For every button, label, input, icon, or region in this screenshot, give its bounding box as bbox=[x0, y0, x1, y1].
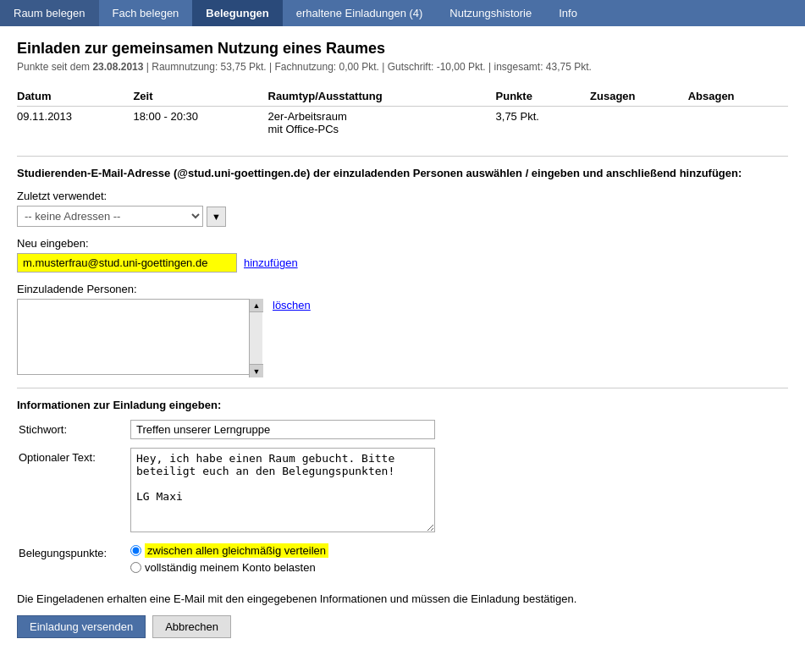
info-section-title: Informationen zur Einladung eingeben: bbox=[17, 399, 788, 411]
info-form-table: Stichwort: Optionaler Text: Belegungspun… bbox=[17, 418, 788, 582]
raumtyp-line2: mit Office-PCs bbox=[268, 123, 339, 135]
persons-container: ▲ ▼ löschen bbox=[17, 299, 788, 377]
main-content: Einladen zur gemeinsamen Nutzung eines R… bbox=[0, 26, 805, 652]
email-input-row: hinzufügen bbox=[17, 253, 788, 273]
address-dropdown[interactable]: -- keine Adressen -- bbox=[17, 206, 203, 227]
loeschen-wrapper: löschen bbox=[273, 299, 311, 311]
opttext-input-cell bbox=[130, 448, 786, 542]
nav-item-info[interactable]: Info bbox=[545, 0, 591, 26]
points-info: Punkte seit dem 23.08.2013 | Raumnutzung… bbox=[17, 61, 788, 73]
opttext-label-cell: Optionaler Text: bbox=[19, 448, 129, 542]
raumtyp-line1: 2er-Arbeitsraum bbox=[268, 110, 347, 123]
opttext-textarea[interactable] bbox=[130, 448, 435, 532]
cell-zusagen bbox=[590, 107, 688, 140]
neu-eingeben-label: Neu eingeben: bbox=[17, 237, 788, 250]
zuletzt-group: Zuletzt verwendet: -- keine Adressen -- … bbox=[17, 190, 788, 227]
dropdown-row: -- keine Adressen -- ▼ bbox=[17, 206, 788, 227]
bottom-note: Die Eingeladenen erhalten eine E-Mail mi… bbox=[17, 592, 788, 605]
col-absagen: Absagen bbox=[688, 86, 788, 107]
stichwort-label-cell: Stichwort: bbox=[19, 420, 129, 446]
booking-table: Datum Zeit Raumtyp/Ausstattung Punkte Zu… bbox=[17, 86, 788, 139]
col-raumtyp: Raumtyp/Ausstattung bbox=[268, 86, 496, 107]
neu-eingeben-group: Neu eingeben: hinzufügen bbox=[17, 237, 788, 273]
nav-item-erhaltene-einladungen-(4)[interactable]: erhaltene Einladungen (4) bbox=[283, 0, 437, 26]
cell-punkte: 3,75 Pkt. bbox=[496, 107, 591, 140]
points-details: | Raumnutzung: 53,75 Pkt. | Fachnutzung:… bbox=[143, 61, 591, 73]
opttext-row: Optionaler Text: bbox=[19, 448, 786, 542]
action-buttons: Einladung versenden Abbrechen bbox=[17, 615, 788, 638]
radio2-text: vollständig meinem Konto belasten bbox=[145, 561, 316, 574]
scroll-up-arrow[interactable]: ▲ bbox=[250, 299, 263, 312]
belegungspunkte-row: Belegungspunkte: zwischen allen gleichmä… bbox=[19, 543, 786, 581]
stichwort-input-cell bbox=[130, 420, 786, 446]
einzuladende-group: Einzuladende Personen: ▲ ▼ löschen bbox=[17, 283, 788, 377]
dropdown-arrow-btn[interactable]: ▼ bbox=[207, 207, 226, 227]
zuletzt-label: Zuletzt verwendet: bbox=[17, 190, 788, 202]
persons-textarea-wrapper: ▲ ▼ bbox=[17, 299, 262, 377]
nav-item-fach-belegen[interactable]: Fach belegen bbox=[99, 0, 193, 26]
divider-1 bbox=[17, 156, 788, 157]
stichwort-row: Stichwort: bbox=[19, 420, 786, 446]
belegungspunkte-options-cell: zwischen allen gleichmäßig verteilen vol… bbox=[130, 543, 786, 581]
email-input[interactable] bbox=[17, 253, 237, 273]
loeschen-btn[interactable]: löschen bbox=[273, 299, 311, 311]
col-datum: Datum bbox=[17, 86, 133, 107]
cell-absagen bbox=[688, 107, 788, 140]
invite-instruction: Studierenden-E-Mail-Adresse (@stud.uni-g… bbox=[17, 167, 788, 179]
scroll-down-arrow[interactable]: ▼ bbox=[250, 364, 263, 377]
send-invitation-btn[interactable]: Einladung versenden bbox=[17, 615, 146, 638]
hinzufuegen-btn[interactable]: hinzufügen bbox=[244, 256, 298, 269]
radio2-label[interactable]: vollständig meinem Konto belasten bbox=[130, 561, 786, 574]
cell-zeit: 18:00 - 20:30 bbox=[133, 107, 267, 140]
cancel-btn[interactable]: Abbrechen bbox=[152, 615, 231, 638]
col-zeit: Zeit bbox=[133, 86, 267, 107]
radio1-label[interactable]: zwischen allen gleichmäßig verteilen bbox=[130, 543, 786, 558]
persons-textarea[interactable] bbox=[17, 299, 262, 375]
radio1-input[interactable] bbox=[130, 545, 141, 556]
stichwort-input[interactable] bbox=[130, 420, 435, 439]
scrollbar-track: ▲ ▼ bbox=[249, 299, 262, 377]
page-title: Einladen zur gemeinsamen Nutzung eines R… bbox=[17, 40, 788, 58]
table-header-row: Datum Zeit Raumtyp/Ausstattung Punkte Zu… bbox=[17, 86, 788, 107]
einzuladende-label: Einzuladende Personen: bbox=[17, 283, 788, 295]
points-date: 23.08.2013 bbox=[92, 61, 143, 73]
radio1-text: zwischen allen gleichmäßig verteilen bbox=[145, 543, 328, 558]
col-punkte: Punkte bbox=[496, 86, 591, 107]
col-zusagen: Zusagen bbox=[590, 86, 688, 107]
radio2-input[interactable] bbox=[130, 562, 141, 573]
points-prefix: Punkte seit dem bbox=[17, 61, 92, 73]
nav-item-belegungen[interactable]: Belegungen bbox=[192, 0, 282, 26]
navigation-bar: Raum belegenFach belegenBelegungenerhalt… bbox=[0, 0, 805, 26]
table-row: 09.11.2013 18:00 - 20:30 2er-Arbeitsraum… bbox=[17, 107, 788, 140]
radio-group: zwischen allen gleichmäßig verteilen vol… bbox=[130, 543, 786, 574]
cell-datum: 09.11.2013 bbox=[17, 107, 133, 140]
cell-raumtyp: 2er-Arbeitsraum mit Office-PCs bbox=[268, 107, 496, 140]
nav-item-raum-belegen[interactable]: Raum belegen bbox=[0, 0, 99, 26]
divider-2 bbox=[17, 388, 788, 388]
belegungspunkte-label-cell: Belegungspunkte: bbox=[19, 543, 129, 581]
nav-item-nutzungshistorie[interactable]: Nutzungshistorie bbox=[436, 0, 545, 26]
